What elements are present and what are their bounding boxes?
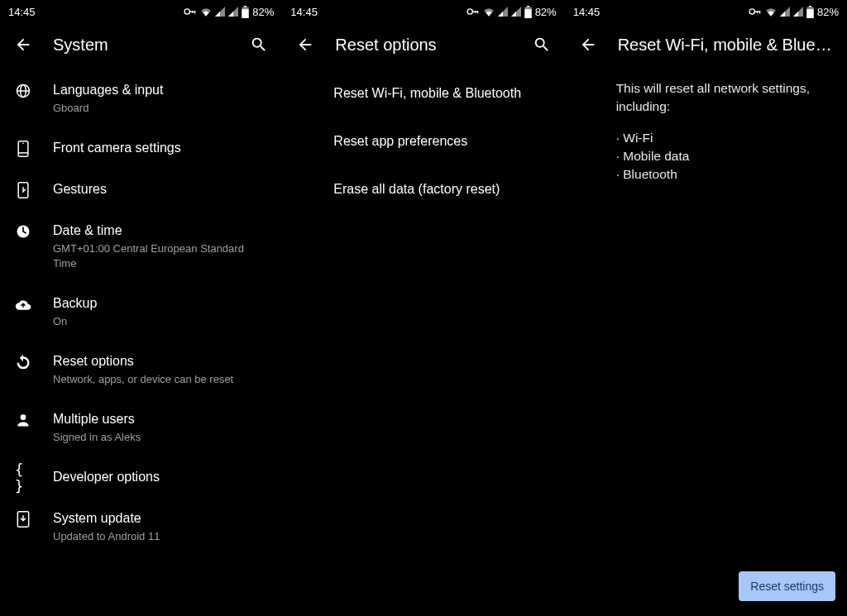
- signal-1-icon: [780, 7, 790, 17]
- app-bar: Reset options: [282, 23, 564, 64]
- svg-point-0: [184, 9, 189, 14]
- status-right: 82%: [467, 6, 557, 18]
- svg-point-15: [21, 414, 26, 420]
- search-button[interactable]: [249, 35, 269, 55]
- settings-item[interactable]: System updateUpdated to Android 11: [0, 498, 282, 556]
- svg-rect-2: [194, 11, 195, 13]
- item-title: Erase all data (factory reset): [333, 180, 500, 198]
- status-right: 82%: [749, 6, 839, 18]
- settings-item[interactable]: Date & timeGMT+01:00 Central European St…: [0, 210, 282, 283]
- item-title: Front camera settings: [53, 139, 267, 157]
- screen-system: 14:45 82% System Languages & inputGboard…: [0, 0, 282, 616]
- battery-pct: 82%: [252, 6, 274, 18]
- item-subtitle: On: [53, 314, 267, 329]
- braces-icon: { }: [15, 470, 31, 486]
- item-title: Reset app preferences: [333, 132, 467, 150]
- signal-1-icon: [498, 7, 508, 17]
- page-title: Reset Wi-Fi, mobile & Blueto…: [618, 36, 834, 55]
- wifi-icon: [200, 7, 212, 17]
- globe-icon: [15, 83, 31, 99]
- status-time: 14:45: [290, 6, 318, 18]
- reset-option-item[interactable]: Reset app preferences: [282, 117, 564, 165]
- person-icon: [15, 412, 31, 428]
- clock-icon: [15, 223, 31, 240]
- bullet-item: Bluetooth: [616, 165, 829, 184]
- signal-2-icon: [228, 7, 238, 17]
- item-title: Gestures: [53, 180, 267, 198]
- vpn-key-icon: [749, 7, 762, 16]
- svg-rect-30: [806, 9, 813, 18]
- back-button[interactable]: [578, 35, 598, 55]
- app-bar: Reset Wi-Fi, mobile & Blueto…: [565, 23, 847, 64]
- item-title: Multiple users: [53, 410, 267, 428]
- screen-reset-network: 14:45 82% Reset Wi-Fi, mobile & Blueto… …: [565, 0, 847, 616]
- settings-item[interactable]: Front camera settings: [0, 127, 282, 169]
- battery-pct: 82%: [535, 6, 557, 18]
- status-bar: 14:45 82%: [282, 0, 564, 23]
- item-subtitle: GMT+01:00 Central European Standard Time: [53, 241, 267, 271]
- reset-option-item[interactable]: Reset Wi-Fi, mobile & Bluetooth: [282, 69, 564, 117]
- back-button[interactable]: [13, 35, 33, 55]
- reset-options-list: Reset Wi-Fi, mobile & BluetoothReset app…: [282, 64, 564, 616]
- svg-rect-27: [757, 11, 758, 13]
- gesture-icon: [15, 182, 31, 198]
- svg-rect-28: [809, 6, 811, 7]
- item-title: Languages & input: [53, 81, 267, 99]
- settings-list: Languages & inputGboardFront camera sett…: [0, 64, 282, 616]
- item-title: Date & time: [53, 222, 267, 240]
- vpn-key-icon: [467, 7, 480, 16]
- bullet-item: Wi-Fi: [616, 129, 829, 147]
- reset-settings-button[interactable]: Reset settings: [739, 571, 835, 601]
- settings-item[interactable]: Reset optionsNetwork, apps, or device ca…: [0, 341, 282, 399]
- wifi-icon: [765, 7, 777, 17]
- svg-rect-26: [759, 11, 760, 13]
- status-bar: 14:45 82%: [565, 0, 847, 23]
- svg-rect-6: [242, 9, 249, 18]
- wifi-icon: [483, 7, 495, 17]
- svg-rect-11: [18, 152, 28, 154]
- item-title: Developer options: [53, 468, 267, 486]
- status-bar: 14:45 82%: [0, 0, 282, 23]
- item-title: Backup: [53, 294, 267, 313]
- settings-item[interactable]: BackupOn: [0, 283, 282, 341]
- bullet-item: Mobile data: [616, 147, 829, 165]
- settings-item[interactable]: { }Developer options: [0, 456, 282, 498]
- phone-front-icon: [15, 141, 31, 157]
- svg-point-12: [22, 143, 24, 145]
- status-time: 14:45: [573, 6, 601, 18]
- app-bar: System: [0, 23, 282, 64]
- item-title: System update: [53, 509, 267, 528]
- vpn-key-icon: [184, 7, 197, 16]
- reset-icon: [15, 354, 31, 370]
- signal-2-icon: [511, 7, 521, 17]
- item-title: Reset Wi-Fi, mobile & Bluetooth: [333, 84, 521, 103]
- svg-rect-20: [475, 11, 476, 13]
- settings-item[interactable]: Languages & inputGboard: [0, 69, 282, 127]
- reset-option-item[interactable]: Erase all data (factory reset): [282, 165, 564, 213]
- search-button[interactable]: [532, 35, 552, 55]
- settings-item[interactable]: Multiple usersSigned in as Aleks: [0, 399, 282, 456]
- page-title: Reset options: [335, 36, 511, 55]
- item-title: Reset options: [53, 352, 267, 370]
- svg-rect-19: [477, 11, 478, 13]
- cloud-up-icon: [15, 296, 31, 313]
- svg-rect-23: [524, 9, 531, 18]
- item-subtitle: Network, apps, or device can be reset: [53, 372, 267, 387]
- update-icon: [15, 511, 31, 528]
- item-subtitle: Updated to Android 11: [53, 529, 267, 544]
- item-subtitle: Signed in as Aleks: [53, 430, 267, 445]
- page-title: System: [53, 36, 229, 55]
- settings-item[interactable]: Gestures: [0, 169, 282, 210]
- battery-icon: [524, 6, 532, 18]
- back-button[interactable]: [295, 35, 315, 55]
- signal-1-icon: [215, 7, 225, 17]
- svg-rect-4: [244, 6, 246, 7]
- intro-text: This will reset all network settings, in…: [616, 79, 829, 116]
- battery-icon: [242, 6, 249, 18]
- item-subtitle: Gboard: [53, 101, 267, 116]
- svg-rect-3: [192, 11, 193, 13]
- signal-2-icon: [793, 7, 803, 17]
- status-right: 82%: [184, 6, 274, 18]
- svg-point-24: [749, 9, 754, 14]
- svg-point-17: [467, 9, 472, 14]
